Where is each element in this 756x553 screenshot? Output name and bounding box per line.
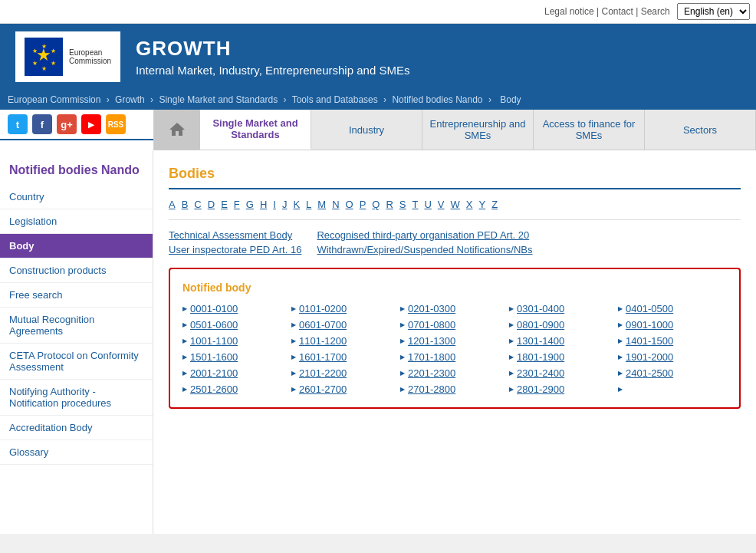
youtube-icon[interactable]: ▶ [81,114,101,134]
alpha-v[interactable]: V [438,199,445,210]
alpha-d[interactable]: D [208,199,215,210]
alpha-y[interactable]: Y [478,199,485,210]
rss-icon[interactable]: RSS [106,114,126,134]
logo-area: ★ ★ ★ ★ ★ ★ ★ European Commission [15,31,120,82]
range-link-0901-1000[interactable]: 0901-1000 [626,319,673,331]
range-link-0201-0300[interactable]: 0201-0300 [408,303,455,314]
range-link-1301-1400[interactable]: 1301-1400 [517,335,564,347]
alpha-r[interactable]: R [386,199,393,210]
range-link-1101-1200[interactable]: 1101-1200 [299,335,347,347]
sidebar-item-glossary[interactable]: Glossary [0,440,153,465]
range-link-1401-1500[interactable]: 1401-1500 [626,335,673,347]
range-link-1001-1100[interactable]: 1001-1100 [190,335,238,347]
user-inspectorate-link[interactable]: User inspectorate PED Art. 16 [169,244,301,255]
range-link-2801-2900[interactable]: 2801-2900 [517,383,564,395]
alpha-b[interactable]: B [182,199,189,210]
contact-link[interactable]: Contact [601,6,633,17]
range-link-0701-0800[interactable]: 0701-0800 [408,319,455,331]
range-link-0101-0200[interactable]: 0101-0200 [299,303,347,314]
svg-text:★: ★ [41,65,47,72]
alpha-f[interactable]: F [234,199,240,210]
range-link-1901-2000[interactable]: 1901-2000 [626,351,673,363]
breadcrumb-ec[interactable]: European Commission [8,94,100,105]
legal-notice-link[interactable]: Legal notice [544,6,594,17]
range-link-0001-0100[interactable]: 0001-0100 [190,303,238,314]
range-link-1601-1700[interactable]: 1601-1700 [299,351,347,363]
language-select[interactable]: English (en) [677,3,750,20]
alpha-p[interactable]: P [360,199,366,210]
range-link-0601-0700[interactable]: 0601-0700 [299,319,347,331]
main-container: Notified bodies Nando Country Legislatio… [0,150,756,534]
recognised-third-party-link[interactable]: Recognised third-party organisation PED … [317,229,532,241]
alpha-e[interactable]: E [221,199,228,210]
alpha-q[interactable]: Q [372,199,380,210]
alpha-j[interactable]: J [282,199,288,210]
range-item: 1101-1200 [291,335,400,347]
alpha-i[interactable]: I [273,199,276,210]
range-item: 2801-2900 [509,383,618,395]
facebook-icon[interactable]: f [32,114,52,134]
tab-single-market[interactable]: Single Market and Standards [200,110,311,150]
google-plus-icon[interactable]: g+ [57,114,77,134]
range-link-1201-1300[interactable]: 1201-1300 [408,335,455,347]
tab-industry[interactable]: Industry [311,110,422,150]
alpha-z[interactable]: Z [491,199,498,210]
alpha-w[interactable]: W [451,199,460,210]
tab-sectors[interactable]: Sectors [645,110,756,150]
breadcrumb-tools[interactable]: Tools and Databases [292,94,378,105]
range-link-2301-2400[interactable]: 2301-2400 [517,367,564,379]
range-link-1801-1900[interactable]: 1801-1900 [517,351,564,363]
range-link-0301-0400[interactable]: 0301-0400 [517,303,564,314]
withdrawn-expired-link[interactable]: Withdrawn/Expired/Suspended Notification… [317,244,532,255]
alpha-u[interactable]: U [424,199,431,210]
range-link-0801-0900[interactable]: 0801-0900 [517,319,564,331]
sidebar-item-country[interactable]: Country [0,185,153,209]
range-item [618,383,727,395]
svg-text:★: ★ [32,48,38,54]
breadcrumb-growth[interactable]: Growth [115,94,145,105]
home-icon [168,120,186,139]
alpha-a[interactable]: A [169,199,176,210]
sidebar-item-notifying[interactable]: Notifying Authority - Notification proce… [0,380,153,416]
breadcrumb-sms[interactable]: Single Market and Standards [159,94,278,105]
tab-access-finance[interactable]: Access to finance for SMEs [534,110,645,150]
sidebar-item-body[interactable]: Body [0,234,153,258]
range-item: 0501-0600 [182,319,291,331]
search-link[interactable]: Search [641,6,670,17]
alpha-l[interactable]: L [306,199,311,210]
home-tab[interactable] [154,110,200,150]
twitter-icon[interactable]: t [8,114,28,134]
range-link-2001-2100[interactable]: 2001-2100 [190,367,238,379]
alpha-t[interactable]: T [413,199,419,210]
sidebar-item-mutual[interactable]: Mutual Recognition Agreements [0,308,153,344]
range-link-1701-1800[interactable]: 1701-1800 [408,351,455,363]
range-link-2501-2600[interactable]: 2501-2600 [190,383,238,395]
breadcrumb-nando[interactable]: Notified bodies Nando [392,94,482,105]
range-link-1501-1600[interactable]: 1501-1600 [190,351,238,363]
breadcrumb: European Commission › Growth › Single Ma… [0,90,756,110]
range-link-2401-2500[interactable]: 2401-2500 [626,367,673,379]
alpha-k[interactable]: K [293,199,300,210]
tab-entrepreneurship[interactable]: Entrepreneurship and SMEs [422,110,534,150]
alpha-n[interactable]: N [332,199,339,210]
range-link-2601-2700[interactable]: 2601-2700 [299,383,347,395]
sidebar-item-legislation[interactable]: Legislation [0,209,153,234]
sidebar-item-accreditation[interactable]: Accreditation Body [0,416,153,440]
sidebar-item-ceta[interactable]: CETA Protocol on Conformity Assessment [0,344,153,380]
range-link-2701-2800[interactable]: 2701-2800 [408,383,455,395]
alpha-x[interactable]: X [466,199,473,210]
sidebar-item-construction[interactable]: Construction products [0,258,153,283]
range-link-0501-0600[interactable]: 0501-0600 [190,319,238,331]
alpha-h[interactable]: H [260,199,267,210]
sidebar-item-free-search[interactable]: Free search [0,283,153,308]
sidebar-title: Notified bodies Nando [0,150,153,185]
alpha-m[interactable]: M [317,199,326,210]
alpha-g[interactable]: G [246,199,254,210]
range-link-2201-2300[interactable]: 2201-2300 [408,367,455,379]
alpha-s[interactable]: S [399,199,406,210]
alpha-c[interactable]: C [194,199,201,210]
range-link-2101-2200[interactable]: 2101-2200 [299,367,347,379]
range-link-0401-0500[interactable]: 0401-0500 [626,303,673,314]
technical-assessment-link[interactable]: Technical Assessment Body [169,229,301,241]
alpha-o[interactable]: O [346,199,353,210]
